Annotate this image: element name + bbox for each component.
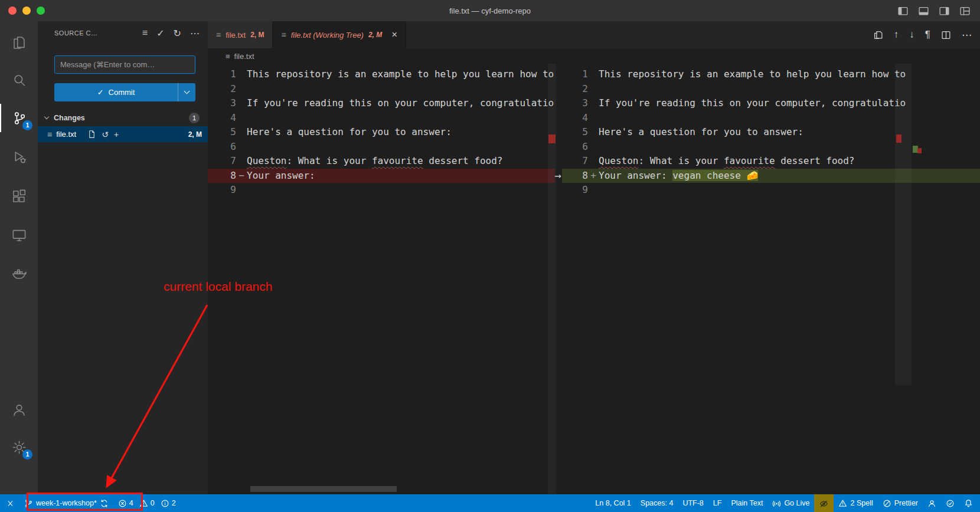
explorer-icon[interactable] (0, 28, 38, 57)
code-line[interactable]: 7 Queston: What is your favourite desser… (562, 154, 980, 169)
language-mode[interactable]: Plain Text (726, 494, 767, 512)
diff-revert-arrow-icon[interactable]: → (550, 168, 566, 182)
remote-indicator[interactable] (0, 494, 19, 512)
previous-change-icon[interactable]: ↑ (894, 29, 899, 41)
commit-dropdown-button[interactable] (178, 83, 195, 101)
remote-explorer-icon[interactable] (0, 221, 38, 249)
cursor-position[interactable]: Ln 8, Col 1 (590, 494, 635, 512)
open-file-icon[interactable] (87, 130, 96, 139)
settings-gear-icon[interactable]: 1 (0, 433, 38, 461)
code-text: If you're reading this on your computer,… (247, 96, 555, 111)
code-line[interactable]: 6 (208, 140, 555, 155)
diff-sign (236, 125, 247, 140)
stage-changes-icon[interactable]: + (114, 130, 119, 139)
breadcrumb-file[interactable]: file.txt (234, 52, 254, 61)
toggle-panel-icon[interactable] (918, 5, 929, 17)
split-editor-icon[interactable] (941, 30, 951, 40)
next-change-icon[interactable]: ↓ (909, 29, 914, 41)
left-scrollbar[interactable] (548, 64, 556, 494)
code-text (599, 111, 980, 126)
changed-file-row[interactable]: ≡ file.txt ↺ + 2, M (38, 126, 208, 142)
docker-icon[interactable] (0, 258, 38, 287)
code-line[interactable]: 4 (208, 111, 555, 126)
code-line[interactable]: 1 This repository is an example to help … (562, 67, 980, 82)
horizontal-scrollbar[interactable] (250, 486, 397, 492)
minimize-window-button[interactable] (22, 6, 31, 15)
code-line[interactable]: 3 If you're reading this on your compute… (562, 96, 980, 111)
tab-file-txt[interactable]: ≡ file.txt 2, M (208, 21, 273, 48)
commit-button[interactable]: ✓ Commit (54, 83, 195, 101)
overview-deleted-mark (548, 134, 556, 143)
code-line[interactable]: 8−Your answer: (208, 169, 555, 183)
close-tab-icon[interactable]: × (391, 29, 397, 41)
refresh-icon[interactable]: ↻ (174, 28, 181, 39)
highlight-toggle[interactable] (814, 494, 834, 512)
code-line[interactable]: 5 Here's a question for you to answer: (208, 125, 555, 140)
feedback-button[interactable] (923, 494, 941, 512)
eol-indicator[interactable]: LF (708, 494, 727, 512)
source-control-icon[interactable]: 1 (0, 104, 38, 132)
file-row-actions: ↺ + (87, 130, 184, 139)
prettier-indicator[interactable]: Prettier (878, 494, 923, 512)
go-live-button[interactable]: Go Live (767, 494, 814, 512)
extensions-icon[interactable] (0, 182, 38, 210)
code-text: This repository is an example to help yo… (247, 67, 555, 82)
status-check-button[interactable] (941, 494, 959, 512)
check-circle-icon (946, 499, 955, 508)
toggle-whitespace-icon[interactable]: ¶ (925, 29, 930, 41)
toggle-primary-sidebar-icon[interactable] (897, 5, 909, 17)
changes-section-header[interactable]: Changes 1 (38, 110, 208, 125)
file-decoration: 2, M (188, 130, 202, 139)
sidebar-actions: ≡ ✓ ↻ ⋯ (142, 28, 200, 39)
minimap[interactable] (895, 64, 912, 385)
tab-file-txt-working-tree[interactable]: ≡ file.txt (Working Tree) 2, M × (273, 21, 406, 48)
accounts-icon[interactable] (0, 395, 38, 424)
diff-sign (588, 67, 599, 82)
prettier-label: Prettier (894, 499, 918, 507)
spell-checker-indicator[interactable]: 2 Spell (834, 494, 877, 512)
view-as-list-icon[interactable]: ≡ (142, 28, 148, 38)
problems-indicator[interactable]: 4 0 2 (113, 494, 184, 512)
overview-deleted-mark (896, 134, 901, 143)
run-debug-icon[interactable] (0, 143, 38, 171)
close-window-button[interactable] (8, 6, 17, 15)
diff-modified-pane[interactable]: 1 This repository is an example to help … (562, 64, 980, 494)
chevron-down-icon[interactable] (44, 114, 49, 119)
discard-changes-icon[interactable]: ↺ (102, 130, 109, 139)
code-text: Queston: What is your favourite dessert … (247, 154, 555, 169)
indentation-indicator[interactable]: Spaces: 4 (636, 494, 678, 512)
code-line[interactable]: 3 If you're reading this on your compute… (208, 96, 555, 111)
more-actions-icon[interactable]: ⋯ (190, 28, 200, 39)
breadcrumb[interactable]: ≡ file.txt (208, 48, 980, 64)
code-line[interactable]: 9 (208, 183, 555, 198)
code-line[interactable]: 2 (562, 82, 980, 97)
code-line[interactable]: 5 Here's a question for you to answer: (562, 125, 980, 140)
code-line[interactable]: 9 (562, 183, 980, 198)
more-actions-icon[interactable]: ⋯ (962, 29, 972, 41)
search-icon[interactable] (0, 66, 38, 94)
zoom-window-button[interactable] (37, 6, 45, 15)
branch-indicator[interactable]: week-1-workshop* (19, 494, 113, 512)
line-number: 2 (562, 82, 588, 97)
line-number: 6 (562, 140, 588, 155)
code-line[interactable]: 8+Your answer: vegan cheese 🧀 (562, 169, 980, 183)
code-line[interactable]: 7 Queston: What is your favourite desser… (208, 154, 555, 169)
layout-controls (897, 5, 971, 17)
commit-button-label: Commit (109, 88, 135, 97)
toggle-secondary-sidebar-icon[interactable] (939, 5, 950, 17)
branch-name: week-1-workshop* (36, 499, 97, 507)
code-line[interactable]: 4 (562, 111, 980, 126)
customize-layout-icon[interactable] (959, 5, 971, 17)
encoding-indicator[interactable]: UTF-8 (678, 494, 708, 512)
commit-message-input[interactable] (54, 55, 195, 74)
notifications-button[interactable] (959, 494, 980, 512)
code-line[interactable]: 1 This repository is an example to help … (208, 67, 555, 82)
code-text (247, 183, 555, 198)
diff-original-pane[interactable]: 1 This repository is an example to help … (208, 64, 555, 494)
diff-sign (236, 183, 247, 198)
commit-action-icon[interactable]: ✓ (156, 28, 164, 39)
open-changes-icon[interactable] (873, 30, 883, 40)
commit-button-main[interactable]: ✓ Commit (54, 83, 178, 101)
line-number: 8 (208, 169, 236, 183)
code-line[interactable]: 2 (208, 82, 555, 97)
